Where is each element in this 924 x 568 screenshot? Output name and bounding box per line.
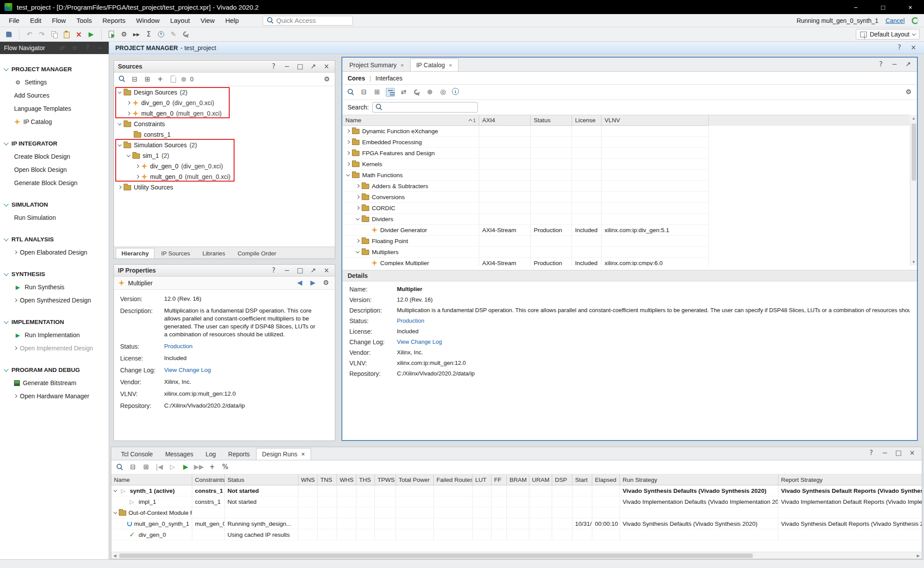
float-icon[interactable]: ↗: [904, 60, 913, 69]
dock-icon[interactable]: ⇄: [58, 44, 66, 52]
quick-access-search[interactable]: Quick Access: [263, 16, 353, 25]
runs-column-header[interactable]: LUT: [473, 474, 491, 485]
scroll-up-icon[interactable]: ▲: [910, 115, 917, 122]
sum-icon[interactable]: Σ: [144, 30, 153, 39]
chevron-right-icon[interactable]: [346, 129, 350, 133]
menu-tools[interactable]: Tools: [71, 15, 97, 26]
catalog-column-header[interactable]: VLNV: [601, 115, 709, 126]
catalog-row-multipliers[interactable]: Multipliers: [342, 247, 909, 258]
flow-item-open-block-design[interactable]: Open Block Design: [0, 163, 109, 176]
settings-icon[interactable]: ⚙: [120, 30, 128, 39]
menu-window[interactable]: Window: [131, 15, 165, 26]
source-tree-item[interactable]: Simulation Sources(2): [114, 140, 335, 150]
flow-item-open-implemented-design[interactable]: Open Implemented Design: [0, 342, 109, 355]
info-icon[interactable]: [452, 88, 459, 95]
layout-selector[interactable]: Default Layout: [856, 29, 920, 40]
back-icon[interactable]: ◀: [295, 279, 304, 288]
runs-column-header[interactable]: Total Power: [396, 474, 434, 485]
catalog-row-floating-point[interactable]: Floating Point: [342, 236, 909, 247]
flow-section-header[interactable]: PROJECT MANAGER: [0, 62, 109, 76]
runs-column-header[interactable]: Name: [111, 474, 192, 485]
chevron-down-icon[interactable]: [346, 172, 350, 176]
tree-view-icon[interactable]: [386, 88, 395, 97]
source-tree-item[interactable]: Utility Sources: [114, 182, 335, 193]
catalog-row-dynamic-function-exchange[interactable]: Dynamic Function eXchange: [342, 126, 909, 137]
flow-section-header[interactable]: RTL ANALYSIS: [0, 233, 109, 246]
runs-column-header[interactable]: TNS: [318, 474, 337, 485]
runs-column-header[interactable]: Report Strategy: [778, 474, 922, 485]
close-icon[interactable]: ×: [322, 266, 331, 275]
chevron-right-icon[interactable]: [346, 140, 350, 144]
maximize-icon[interactable]: □: [894, 448, 903, 457]
add-icon[interactable]: +: [208, 463, 216, 472]
flow-section-header[interactable]: SIMULATION: [0, 198, 109, 211]
minimize-icon[interactable]: −: [282, 266, 291, 275]
float-icon[interactable]: ↗: [309, 266, 318, 275]
menu-help[interactable]: Help: [220, 15, 244, 26]
help-icon[interactable]: ?: [269, 266, 278, 275]
flow-item-create-block-design[interactable]: Create Block Design: [0, 150, 109, 163]
source-tree-item[interactable]: constrs_1: [114, 129, 335, 140]
gear-icon[interactable]: ⚙: [904, 88, 913, 97]
cancel-link[interactable]: Cancel: [885, 17, 905, 24]
chevron-down-icon[interactable]: [356, 216, 359, 220]
runs-column-header[interactable]: WNS: [298, 474, 318, 485]
menu-file[interactable]: File: [4, 15, 25, 26]
flow-item-add-sources[interactable]: Add Sources: [0, 89, 109, 102]
minimize-icon[interactable]: −: [96, 44, 105, 52]
catalog-vertical-scrollbar[interactable]: ▲ ▼: [910, 115, 917, 266]
tab-project-summary[interactable]: Project Summary×: [343, 58, 410, 71]
menu-icon[interactable]: ≡: [70, 44, 79, 52]
chevron-right-icon[interactable]: [356, 184, 359, 188]
tab-design-runs[interactable]: Design Runs×: [256, 448, 311, 460]
catalog-column-header[interactable]: License: [572, 115, 601, 126]
edit-icon[interactable]: ✎: [169, 30, 178, 39]
copy-icon[interactable]: [50, 30, 59, 39]
gear-icon[interactable]: ⚙: [322, 279, 330, 288]
step-back-icon[interactable]: |◀: [155, 463, 164, 472]
scroll-left-icon[interactable]: ◀: [111, 553, 118, 558]
chevron-right-icon[interactable]: [356, 195, 359, 199]
chevron-right-icon[interactable]: [127, 101, 130, 105]
maximize-button[interactable]: □: [869, 0, 897, 14]
sources-tab-ip-sources[interactable]: IP Sources: [155, 248, 196, 259]
catalog-row-conversions[interactable]: Conversions: [342, 192, 909, 203]
wrench-icon[interactable]: [181, 30, 190, 39]
run-icon[interactable]: ▶: [181, 463, 190, 472]
redo-icon[interactable]: ↷: [37, 30, 46, 39]
chevron-down-icon[interactable]: [118, 90, 121, 93]
runs-horizontal-scrollbar[interactable]: ◀ ▶: [111, 552, 922, 559]
close-icon[interactable]: ×: [301, 451, 305, 458]
catalog-row-complex-multiplier[interactable]: Complex MultiplierAXI4-StreamProductionI…: [342, 258, 909, 266]
catalog-column-header[interactable]: Status: [531, 115, 572, 126]
expand-all-icon[interactable]: ⊞: [142, 463, 150, 472]
runs-column-header[interactable]: URAM: [529, 474, 552, 485]
tab-ip-catalog[interactable]: IP Catalog×: [410, 58, 458, 71]
help-icon[interactable]: ?: [867, 448, 876, 457]
flow-item-open-elaborated-design[interactable]: Open Elaborated Design: [0, 246, 109, 259]
flow-item-language-templates[interactable]: Language Templates: [0, 102, 109, 115]
close-icon[interactable]: ×: [400, 62, 404, 69]
wrench-icon[interactable]: [412, 88, 421, 97]
menu-layout[interactable]: Layout: [165, 15, 195, 26]
chevron-right-icon[interactable]: [346, 151, 350, 155]
subtab-interfaces[interactable]: Interfaces: [375, 75, 402, 82]
maximize-icon[interactable]: □: [296, 266, 304, 275]
run-icon[interactable]: ▶: [87, 30, 95, 39]
collapse-all-icon[interactable]: ⊟: [130, 75, 139, 84]
chevron-right-icon[interactable]: [356, 206, 359, 210]
catalog-row-embedded-processing[interactable]: Embedded Processing: [342, 137, 909, 148]
design-run-row-impl-1[interactable]: ▷impl_1constrs_1Not startedVivado Implem…: [111, 496, 922, 507]
menu-reports[interactable]: Reports: [97, 15, 131, 26]
help-icon[interactable]: ?: [269, 62, 278, 71]
runs-column-header[interactable]: THS: [356, 474, 375, 485]
chevron-right-icon[interactable]: [136, 175, 139, 178]
file-icon[interactable]: [169, 75, 177, 84]
flow-item-ip-catalog[interactable]: IP Catalog: [0, 115, 109, 128]
close-icon[interactable]: ×: [908, 448, 917, 457]
runs-column-header[interactable]: TPWS: [375, 474, 396, 485]
design-run-row-mult-gen-0-synth-1[interactable]: mult_gen_0_synth_1mult_gen_0Running synt…: [111, 518, 922, 529]
source-tree-item[interactable]: mult_gen_0(mult_gen_0.xci): [114, 108, 335, 119]
menu-flow[interactable]: Flow: [47, 15, 71, 26]
flow-item-run-simulation[interactable]: Run Simulation: [0, 211, 109, 224]
